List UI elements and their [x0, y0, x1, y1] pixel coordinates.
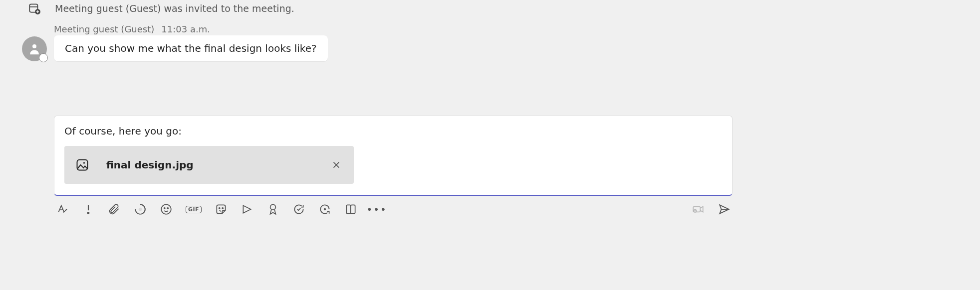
- attachment-chip[interactable]: final design.jpg: [64, 146, 354, 184]
- approvals-button[interactable]: [292, 203, 305, 216]
- svg-point-11: [270, 204, 276, 210]
- svg-point-6: [161, 204, 171, 214]
- compose-toolbar: GIF: [54, 196, 733, 216]
- message-sender: Meeting guest (Guest): [54, 24, 154, 34]
- image-file-icon: [75, 158, 89, 172]
- presence-indicator: [39, 53, 48, 62]
- svg-point-5: [88, 212, 89, 214]
- important-button[interactable]: [82, 203, 95, 216]
- compose-area: Of course, here you go: final design.jpg: [54, 116, 733, 216]
- system-event-text: Meeting guest (Guest) was invited to the…: [55, 3, 294, 14]
- updates-button[interactable]: [318, 203, 331, 216]
- message-bubble[interactable]: Can you show me what the final design lo…: [54, 35, 328, 61]
- svg-point-12: [324, 208, 326, 210]
- gif-label: GIF: [186, 206, 202, 213]
- emoji-button[interactable]: [160, 203, 173, 216]
- format-button[interactable]: [56, 203, 69, 216]
- send-button[interactable]: [718, 203, 731, 216]
- stream-button[interactable]: [241, 203, 253, 216]
- svg-rect-3: [77, 160, 88, 170]
- svg-point-2: [32, 44, 36, 48]
- message-text: Can you show me what the final design lo…: [65, 42, 317, 54]
- svg-rect-14: [351, 205, 355, 213]
- more-options-button[interactable]: •••: [370, 203, 383, 216]
- loop-button[interactable]: [134, 203, 147, 216]
- svg-rect-13: [346, 205, 351, 213]
- svg-point-10: [222, 208, 223, 209]
- message-time: 11:03 a.m.: [161, 24, 210, 34]
- compose-box[interactable]: Of course, here you go: final design.jpg: [54, 116, 733, 196]
- svg-point-8: [167, 208, 168, 209]
- attachment-filename: final design.jpg: [106, 159, 331, 171]
- svg-point-4: [83, 162, 85, 163]
- svg-point-7: [164, 208, 165, 209]
- attach-button[interactable]: [108, 203, 121, 216]
- sticker-button[interactable]: [215, 203, 228, 216]
- gif-button[interactable]: GIF: [186, 203, 202, 216]
- svg-point-9: [219, 208, 220, 209]
- video-clip-button[interactable]: [692, 203, 705, 216]
- praise-button[interactable]: [266, 203, 279, 216]
- more-apps-button[interactable]: [344, 203, 357, 216]
- message-row: Can you show me what the final design lo…: [0, 35, 980, 61]
- avatar[interactable]: [22, 36, 47, 61]
- compose-text[interactable]: Of course, here you go:: [64, 125, 722, 137]
- remove-attachment-button[interactable]: [331, 159, 342, 170]
- system-event-row: Meeting guest (Guest) was invited to the…: [0, 2, 980, 24]
- calendar-add-icon: [28, 2, 41, 15]
- message-header: Meeting guest (Guest) 11:03 a.m.: [0, 24, 980, 35]
